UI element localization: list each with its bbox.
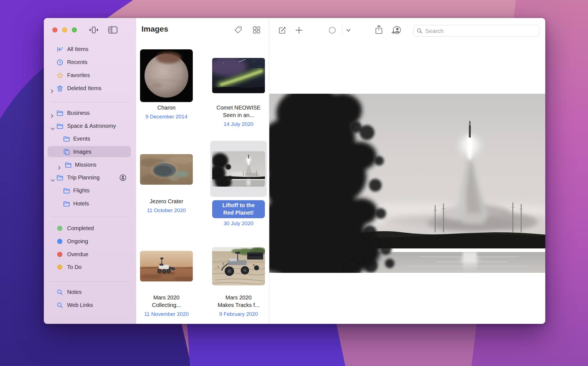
tag-label: Overdue xyxy=(67,249,88,260)
sidebar-divider xyxy=(51,102,130,102)
list-item[interactable]: Charon 9 December 2014 xyxy=(140,47,193,120)
sidebar-item-space-astronomy[interactable]: Space & Astronomy xyxy=(44,120,136,131)
clock-icon xyxy=(56,59,64,66)
zoom-button[interactable] xyxy=(72,27,77,32)
search-input[interactable] xyxy=(425,25,537,37)
item-date: 11 November 2020 xyxy=(140,311,193,317)
shared-folder-icon xyxy=(119,174,126,181)
share-icon[interactable] xyxy=(374,25,384,36)
star-icon xyxy=(56,72,64,79)
item-title: Mars 2020 xyxy=(140,294,193,301)
list-item-selected[interactable]: Liftoff to the Red Planet! 30 July 2020 xyxy=(212,141,265,227)
sidebar-item-label: Trip Planning xyxy=(67,172,100,183)
sidebar-item-label: Missions xyxy=(75,159,97,170)
sidebar-item-label: Space & Astronomy xyxy=(67,120,116,131)
sidebar-tag-ongoing[interactable]: Ongoing xyxy=(44,236,136,247)
app-window: All Items Recents Favorites xyxy=(44,18,545,324)
sidebar-item-notes[interactable]: Notes xyxy=(44,286,136,298)
folder-icon xyxy=(56,174,64,181)
search-field xyxy=(413,25,539,37)
all-items-icon xyxy=(56,45,64,53)
list-item[interactable]: Comet NEOWISE Seen in an... 14 July 2020 xyxy=(212,47,265,128)
tag-label: Ongoing xyxy=(67,236,88,247)
selected-item-title: Liftoff to the Red Planet! xyxy=(212,200,265,218)
desktop-wallpaper: All Items Recents Favorites xyxy=(0,0,588,366)
item-title-line2: Seen in an... xyxy=(212,111,265,119)
item-date: 9 December 2014 xyxy=(140,113,193,120)
sidebar-tag-todo[interactable]: To Do xyxy=(44,261,136,273)
toggle-sidebar-icon[interactable] xyxy=(108,26,118,34)
close-button[interactable] xyxy=(52,27,57,32)
tag-dot-yellow xyxy=(57,265,62,270)
sidebar-item-images[interactable]: Images xyxy=(44,146,136,157)
sidebar-item-all-items[interactable]: All Items xyxy=(44,44,136,55)
thumbnail-comet-neowise xyxy=(212,58,265,93)
sidebar-item-label: Notes xyxy=(67,286,82,298)
thumbnail-mars-2020-tracks xyxy=(212,247,265,285)
folder-icon xyxy=(56,122,64,129)
grid-view-icon[interactable] xyxy=(252,26,261,34)
sidebar-item-label: Business xyxy=(67,107,90,118)
item-title: Mars 2020 xyxy=(212,294,265,301)
minimize-button[interactable] xyxy=(62,27,67,32)
list-item[interactable]: Mars 2020 Makes Tracks f... 9 February 2… xyxy=(212,238,265,317)
sidebar-item-business[interactable]: Business xyxy=(44,107,136,118)
chevron-right-icon[interactable] xyxy=(50,111,54,122)
list-item[interactable]: Jezero Crater 11 October 2020 xyxy=(140,141,193,214)
item-title-line2: Red Planet! xyxy=(212,209,265,217)
sidebar-item-label: Events xyxy=(73,133,90,144)
folder-icon xyxy=(65,161,72,168)
sidebar-item-hotels[interactable]: Hotels xyxy=(44,198,136,209)
detail-pane xyxy=(269,18,545,324)
sidebar-item-flights[interactable]: Flights xyxy=(44,185,136,196)
sidebar-item-favorites[interactable]: Favorites xyxy=(44,70,136,81)
sidebar-item-label: Web Links xyxy=(67,299,93,311)
toolbar-divider xyxy=(342,25,342,35)
tag-label: Completed xyxy=(67,223,94,234)
sidebar-item-label: Flights xyxy=(73,185,90,196)
folder-icon xyxy=(63,187,70,194)
sidebar-divider xyxy=(51,281,130,282)
thumbnail-charon xyxy=(140,49,193,102)
folder-icon xyxy=(63,200,70,207)
chevron-down-icon[interactable] xyxy=(50,175,55,186)
item-title-line2: Makes Tracks f... xyxy=(212,301,265,309)
item-date: 11 October 2020 xyxy=(140,207,193,214)
tag-dot-red xyxy=(57,252,62,257)
chevron-right-icon[interactable] xyxy=(50,86,54,97)
item-date: 9 February 2020 xyxy=(212,311,265,317)
thumbnail-liftoff xyxy=(212,151,265,187)
item-date: 30 July 2020 xyxy=(212,220,265,227)
sidebar-item-trip-planning[interactable]: Trip Planning xyxy=(44,172,136,183)
item-date: 14 July 2020 xyxy=(212,121,265,128)
tag-dot-green xyxy=(57,226,62,231)
thumbnail-mars-2020-collecting xyxy=(140,251,193,281)
compact-view-icon[interactable] xyxy=(89,26,99,34)
folder-icon xyxy=(63,135,70,142)
item-title: Liftoff to the xyxy=(212,202,265,209)
item-list-column: Images xyxy=(136,18,269,324)
sidebar-tag-completed[interactable]: Completed xyxy=(44,223,136,234)
item-title: Jezero Crater xyxy=(140,198,193,205)
status-circle-icon[interactable] xyxy=(328,26,336,35)
add-icon[interactable] xyxy=(295,26,303,35)
page-title: Images xyxy=(141,25,168,34)
sidebar-item-deleted-items[interactable]: Deleted Items xyxy=(44,83,136,94)
sidebar-tag-overdue[interactable]: Overdue xyxy=(44,249,136,260)
sidebar-item-missions[interactable]: Missions xyxy=(44,159,136,170)
sidebar: All Items Recents Favorites xyxy=(44,18,136,324)
sidebar-divider xyxy=(51,217,130,217)
sidebar-item-label: Recents xyxy=(67,57,87,68)
thumbnail-jezero-crater xyxy=(140,154,193,185)
sidebar-item-recents[interactable]: Recents xyxy=(44,57,136,68)
tag-icon[interactable] xyxy=(234,26,242,34)
item-title: Charon xyxy=(140,104,193,111)
chevron-down-icon[interactable] xyxy=(345,28,351,34)
compose-icon[interactable] xyxy=(278,26,287,36)
add-person-icon[interactable] xyxy=(391,25,402,37)
list-item[interactable]: Mars 2020 Collecting... 11 November 2020 xyxy=(140,238,193,317)
item-title-line2: Collecting... xyxy=(140,301,193,309)
sidebar-item-web-links[interactable]: Web Links xyxy=(44,299,136,311)
sidebar-item-label: Deleted Items xyxy=(67,83,101,94)
sidebar-item-events[interactable]: Events xyxy=(44,133,136,144)
